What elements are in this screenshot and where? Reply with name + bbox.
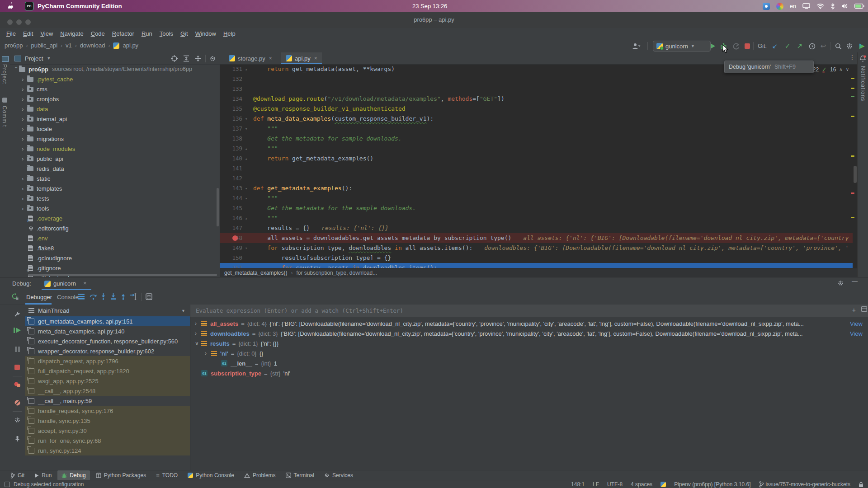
line-number[interactable]: 132	[220, 74, 242, 84]
code-line-137[interactable]: 137▾ """	[220, 124, 853, 134]
chevron-icon[interactable]: ›	[22, 195, 27, 202]
line-number[interactable]: 150	[220, 253, 242, 263]
fold-marker-icon[interactable]: ▾	[245, 243, 247, 253]
pin-tab-icon[interactable]	[12, 434, 22, 444]
code-line-136[interactable]: 136▾def meta_data_examples(custom_respon…	[220, 114, 853, 124]
menu-code[interactable]: Code	[87, 29, 108, 38]
profiler-button[interactable]	[731, 41, 741, 51]
commit-tool-icon[interactable]	[2, 98, 7, 103]
git-update-icon[interactable]: ↙	[770, 41, 780, 51]
frame-row[interactable]: meta_data_examples, api.py:140	[25, 326, 190, 336]
variable-row[interactable]: 01subscription_type={str}'nl'	[190, 368, 868, 378]
chevron-icon[interactable]: ›	[22, 145, 27, 152]
chevron-icon[interactable]: ›	[22, 205, 27, 212]
error-stripe-mark[interactable]	[851, 155, 854, 157]
frame-row[interactable]: wrapper_decorator, response_builder.py:6…	[25, 346, 190, 356]
tree-row[interactable]: ›internal_api	[10, 114, 220, 124]
frame-row[interactable]: handle, sync.py:135	[25, 416, 190, 426]
editor-tab-storage.py[interactable]: storage.py×	[224, 52, 277, 64]
battery-icon[interactable]	[854, 4, 864, 9]
active-app-name[interactable]: PyCharm Community Edition	[38, 3, 122, 9]
code-line-140[interactable]: 140▴ return get_metadata_examples()	[220, 154, 853, 164]
code-line-149[interactable]: 149▾ for subscription_type, downloadbles…	[220, 243, 853, 253]
expand-all-icon[interactable]	[183, 55, 189, 62]
tool-tab-services[interactable]: Services	[320, 470, 357, 480]
tree-row[interactable]: .env	[10, 233, 220, 243]
volume-icon[interactable]	[841, 3, 848, 9]
editor-breadcrumb-item[interactable]: get_metadata_examples()	[224, 270, 287, 276]
git-commit-icon[interactable]: ✓	[783, 41, 793, 51]
status-icon[interactable]	[5, 482, 10, 487]
select-opened-file-icon[interactable]	[171, 55, 178, 62]
settings-gear-icon[interactable]	[844, 41, 854, 51]
screen-mirroring-icon[interactable]	[802, 3, 810, 9]
chevron-icon[interactable]: ›	[22, 86, 27, 93]
tool-strip-label-project[interactable]: Project	[1, 64, 8, 84]
code-line-134[interactable]: 134@download_page.route("/v1/download/me…	[220, 94, 853, 104]
variable-row[interactable]: ›all_assets={dict: 4}{'nl': {'BIG': [Dow…	[190, 319, 868, 328]
line-number[interactable]: 144	[220, 193, 242, 203]
frame-row[interactable]: wsgi_app, app.py:2525	[25, 376, 190, 386]
menubar-app-icon-blue[interactable]	[763, 3, 770, 10]
line-number[interactable]: 140	[220, 154, 242, 164]
git-rollback-icon[interactable]: ↩	[818, 41, 828, 51]
tree-row[interactable]: ›cms	[10, 84, 220, 94]
line-number[interactable]: 137	[220, 124, 242, 134]
next-problem-icon[interactable]: ∨	[846, 67, 849, 72]
thread-selector[interactable]: MainThread ▼	[25, 305, 190, 316]
debug-panel-settings-gear-icon[interactable]	[12, 415, 22, 425]
line-number[interactable]: 134	[220, 94, 242, 104]
fold-marker-icon[interactable]: ▾	[245, 183, 247, 193]
tree-row[interactable]: ⊘.gitignore	[10, 263, 220, 273]
lock-icon[interactable]	[859, 482, 863, 488]
tool-tab-python-packages[interactable]: Python Packages	[92, 470, 150, 480]
code-line-148[interactable]: 148 all_assets = downloadables.get_asset…	[220, 233, 853, 243]
breakpoint-icon[interactable]	[232, 235, 238, 241]
bluetooth-icon[interactable]	[830, 3, 835, 9]
project-panel-title[interactable]: Project	[25, 55, 43, 62]
tool-tab-todo[interactable]: ≡TODO	[152, 470, 182, 480]
error-stripe-mark[interactable]	[851, 116, 854, 117]
git-history-icon[interactable]	[807, 41, 817, 51]
step-over-icon[interactable]	[90, 293, 97, 300]
frame-row[interactable]: execute_decorator_function, response_bui…	[25, 336, 190, 346]
tool-strip-label-commit[interactable]: Commit	[1, 106, 8, 127]
editor-breadcrumb-item[interactable]: for subscription_type, download...	[296, 270, 377, 276]
tree-row[interactable]: ›templates	[10, 183, 220, 193]
line-number[interactable]: 142	[220, 174, 242, 183]
tree-row[interactable]: ›node_modules	[10, 144, 220, 154]
line-number[interactable]: 131	[220, 64, 242, 74]
tree-row[interactable]: redis_data	[10, 164, 220, 174]
run-button[interactable]	[708, 41, 718, 51]
error-stripe-mark[interactable]	[851, 78, 854, 79]
menu-file[interactable]: File	[3, 29, 19, 38]
chevron-icon[interactable]: ›	[22, 185, 27, 192]
stop-process-icon[interactable]	[12, 362, 22, 372]
line-number[interactable]: 145	[220, 203, 242, 213]
line-number[interactable]: 146	[220, 213, 242, 223]
indent-setting[interactable]: 4 spaces	[631, 481, 652, 488]
breadcrumb-item[interactable]: pro6pp	[5, 42, 23, 49]
frame-row[interactable]: dispatch_request, app.py:1796	[25, 356, 190, 366]
view-link[interactable]: View	[850, 330, 863, 337]
code-line-150[interactable]: 150 results[subscription_type] = {}	[220, 253, 853, 263]
prev-problem-icon[interactable]: ∧	[839, 67, 842, 72]
mute-breakpoints-icon[interactable]	[12, 398, 22, 408]
fold-marker-icon[interactable]: ▴	[245, 154, 247, 164]
chevron-icon[interactable]: ›	[22, 106, 27, 113]
breadcrumb-item[interactable]: public_api	[31, 42, 57, 49]
frame-row[interactable]: get_metadata_examples, api.py:151	[25, 316, 190, 326]
tool-tab-problems[interactable]: Problems	[240, 470, 280, 480]
tool-tab-run[interactable]: Run	[30, 470, 56, 480]
editor-options-kebab-icon[interactable]: ⋮	[849, 54, 855, 61]
line-number[interactable]: 149	[220, 243, 242, 253]
line-number[interactable]: 136	[220, 114, 242, 124]
chevron-icon[interactable]: ›	[22, 175, 27, 182]
menubar-clock[interactable]: 23 Sep 13:26	[412, 3, 447, 9]
error-stripe-mark[interactable]	[851, 217, 854, 218]
step-into-icon[interactable]	[100, 293, 106, 300]
file-encoding[interactable]: UTF-8	[607, 481, 623, 488]
code-line-133[interactable]: 133	[220, 84, 853, 94]
tool-tab-git[interactable]: Git	[6, 470, 28, 480]
code-line-144[interactable]: 144▾ """	[220, 193, 853, 203]
